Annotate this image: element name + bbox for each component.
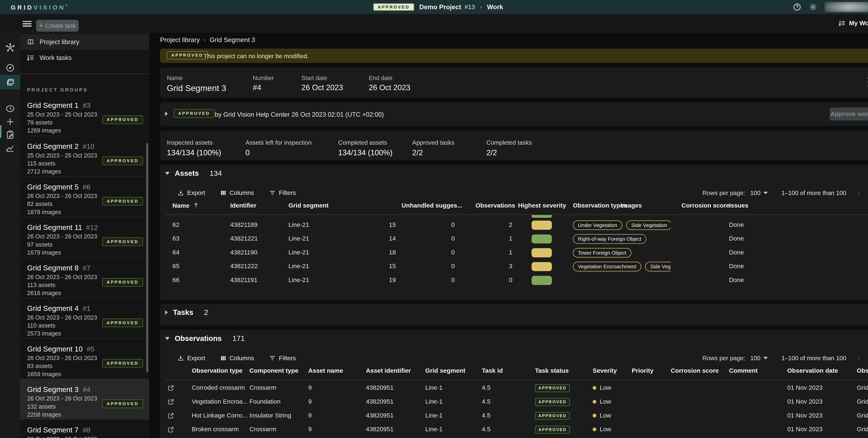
observation-date-cell: 01 Nov 2023 — [787, 426, 823, 433]
sidebar-item-project-library[interactable]: Project library — [20, 34, 149, 50]
collapse-arrow-icon[interactable] — [165, 310, 168, 315]
severity-dot-icon — [593, 386, 596, 390]
detail-value: #4 — [253, 83, 261, 92]
column-header[interactable]: Corrosion score — [682, 202, 730, 210]
menu-hamburger-icon[interactable] — [23, 21, 32, 27]
sidebar-item-work-tasks[interactable]: Work tasks — [20, 50, 149, 66]
project-group-number: #5 — [87, 345, 94, 353]
column-header[interactable]: Observation type — [192, 367, 243, 375]
approve-work-button[interactable]: Approve work — [830, 108, 868, 120]
column-header[interactable]: Identifier — [230, 202, 256, 210]
collapse-arrow-icon[interactable] — [165, 337, 169, 340]
column-header[interactable]: Task id — [482, 367, 503, 375]
column-header[interactable]: Asset identifier — [366, 367, 411, 375]
previous-page-button[interactable]: ‹ — [858, 354, 860, 362]
column-header[interactable]: Asset name — [308, 367, 343, 375]
export-button[interactable]: Export — [177, 189, 205, 197]
open-observation-link-icon[interactable] — [167, 426, 174, 433]
project-group-number: #7 — [83, 264, 90, 272]
column-header[interactable]: Observation types — [573, 202, 627, 210]
previous-page-button[interactable]: ‹ — [858, 189, 860, 197]
column-header[interactable]: Observation date — [787, 367, 838, 375]
export-button[interactable]: Export — [177, 354, 205, 362]
observations-cell: 2 — [509, 221, 513, 228]
rows-per-page-select[interactable]: 100 — [750, 355, 768, 361]
project-group-item[interactable]: Grid Segment 5#626 Oct 2023 - 26 Oct 202… — [20, 176, 149, 216]
column-header[interactable]: Severity — [593, 367, 617, 375]
filters-button[interactable]: Filters — [269, 354, 296, 362]
approval-text: by Grid Vision Help Center 26 Oct 2023 0… — [215, 111, 384, 118]
open-observation-link-icon[interactable] — [167, 412, 174, 419]
images-cell: 19 — [389, 276, 396, 284]
asset-identifier-cell: 43821221 — [230, 235, 258, 242]
detail-value: Grid Segment 3 — [167, 83, 226, 93]
my-work-button[interactable]: My Work — [838, 14, 868, 32]
project-group-item[interactable]: Grid Segment 11#1226 Oct 2023 - 26 Oct 2… — [20, 216, 149, 257]
task-status-badge: APPROVED — [535, 398, 570, 406]
columns-button[interactable]: Columns — [220, 355, 254, 362]
issues-cell: Done — [729, 276, 744, 284]
rows-per-page-select[interactable]: 100 — [750, 189, 768, 197]
help-icon[interactable] — [793, 3, 801, 11]
columns-icon — [220, 189, 227, 196]
status-badge: APPROVED — [102, 400, 143, 408]
project-title[interactable]: Demo Project — [419, 3, 461, 11]
asset-identifier-cell: 43821190 — [230, 249, 257, 256]
breadcrumb-parent[interactable]: Project library — [160, 36, 200, 43]
clipboard-edit-icon[interactable] — [0, 127, 20, 142]
column-header[interactable]: Unhandled sugges... — [402, 202, 462, 210]
gridvision-logo[interactable]: GRIDVISION® — [11, 4, 67, 11]
project-group-item[interactable]: Grid Segment 2#1025 Oct 2023 - 25 Oct 20… — [20, 136, 149, 176]
column-header[interactable]: Grid segment — [425, 367, 465, 375]
network-hub-icon[interactable] — [0, 40, 20, 55]
column-header[interactable]: Task status — [535, 367, 569, 375]
grid-segment-cell: Line-21 — [288, 221, 309, 228]
project-number: #13 — [465, 3, 475, 10]
user-account-blurred[interactable] — [825, 2, 868, 12]
expand-arrow-icon[interactable] — [165, 112, 168, 116]
breadcrumb-current: Grid Segment 3 — [210, 36, 255, 43]
open-observation-link-icon[interactable] — [167, 385, 174, 391]
sidebar-scrollbar[interactable] — [146, 143, 148, 372]
open-observation-link-icon[interactable] — [167, 399, 174, 405]
column-header[interactable]: Observations — [475, 202, 515, 210]
sidebar: Project library Work tasks PROJECT GROUP… — [20, 32, 149, 438]
component-type-cell: Crossarm — [249, 426, 276, 433]
observation-type-chip: Side Vegetation — [626, 221, 671, 230]
settings-gear-icon[interactable] — [809, 3, 817, 11]
observations-cell: 1 — [509, 249, 513, 256]
filters-button[interactable]: Filters — [269, 189, 296, 197]
collapse-arrow-icon[interactable] — [165, 172, 169, 175]
column-header[interactable]: Grid segment — [288, 202, 329, 210]
project-group-item[interactable]: Grid Segment 3#426 Oct 2023 - 26 Oct 202… — [20, 379, 149, 419]
column-header[interactable]: Highest severity — [518, 202, 566, 210]
column-header[interactable]: Name — [173, 202, 199, 210]
project-group-item[interactable]: Grid Segment 7#826 Oct 2023 - 26 Oct 202… — [20, 419, 149, 438]
project-group-item[interactable]: Grid Segment 1#325 Oct 2023 - 25 Oct 202… — [20, 95, 149, 136]
column-header[interactable]: Component type — [249, 367, 299, 375]
columns-button[interactable]: Columns — [220, 189, 254, 197]
column-header[interactable]: Issues — [729, 202, 748, 210]
projects-calendar-icon[interactable] — [0, 75, 20, 89]
analytics-chart-icon[interactable] — [0, 141, 20, 156]
project-group-images: 2712 images — [27, 169, 143, 175]
unhandled-suggestions-cell: 0 — [451, 263, 455, 270]
history-clock-icon[interactable] — [0, 101, 20, 116]
add-plus-icon[interactable] — [0, 114, 20, 129]
project-group-item[interactable]: Grid Segment 8#726 Oct 2023 - 26 Oct 202… — [20, 257, 149, 297]
column-header[interactable]: Comment — [729, 367, 757, 375]
column-header[interactable]: Priority — [632, 367, 653, 375]
stat-value: 134/134 (100%) — [167, 148, 221, 157]
images-cell: 18 — [389, 249, 396, 256]
project-group-name: Grid Segment 11 — [27, 223, 82, 232]
project-group-item[interactable]: Grid Segment 4#126 Oct 2023 - 26 Oct 202… — [20, 298, 149, 338]
column-header[interactable]: Corrosion score — [671, 367, 719, 375]
project-group-number: #10 — [83, 142, 94, 150]
asset-name-cell: 9 — [308, 412, 312, 419]
project-group-item[interactable]: Grid Segment 10#526 Oct 2023 - 26 Oct 20… — [20, 338, 149, 379]
project-group-images: 1659 images — [27, 371, 143, 377]
column-header[interactable]: Observed — [857, 367, 868, 375]
compass-icon[interactable] — [0, 61, 20, 76]
top-app-bar: GRIDVISION® APPROVED Demo Project #13 › … — [0, 0, 868, 14]
create-task-button[interactable]: +Create task — [36, 20, 79, 32]
